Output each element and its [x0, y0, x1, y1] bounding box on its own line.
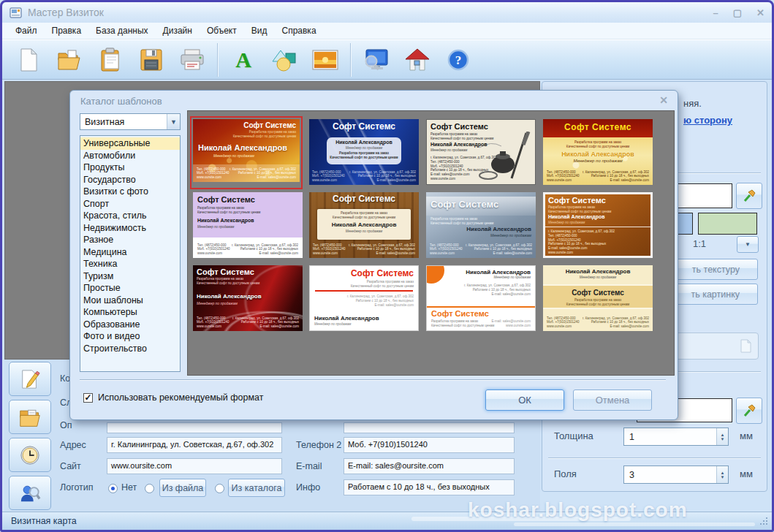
margins-stepper[interactable]: 3 ▲▼ [623, 466, 729, 484]
border-color-picker-button[interactable] [736, 398, 762, 424]
person-search-icon [19, 483, 41, 503]
home-button[interactable] [397, 42, 438, 77]
color-swatch-green[interactable] [698, 213, 757, 235]
category-item[interactable]: Туризм [80, 270, 180, 283]
category-item[interactable]: Компьютеры [80, 306, 180, 319]
dialog-title: Каталог шаблонов [80, 96, 162, 107]
recommended-format-checkbox[interactable]: ✓ [83, 393, 93, 403]
email-label: E-mail [296, 461, 322, 471]
category-item[interactable]: Красота, стиль [80, 210, 180, 222]
template-thumbnail[interactable]: Софт Системс Разработка программ на зака… [426, 119, 536, 185]
add-image-button[interactable] [305, 42, 346, 77]
category-item[interactable]: Мои шаблоны [80, 294, 180, 307]
menu-item[interactable]: Правка [45, 23, 89, 38]
category-item[interactable]: Образование [80, 319, 180, 331]
category-item[interactable]: Техника [80, 258, 180, 270]
category-item[interactable]: Универсальные [80, 137, 180, 150]
app-icon [10, 7, 22, 18]
template-thumbnail[interactable]: Николай Александров Менеджер по продажам… [426, 265, 536, 331]
template-thumbnail[interactable]: Николай Александров Менеджер по продажам… [543, 265, 653, 331]
switch-side-link[interactable]: ю сторону [683, 115, 732, 126]
side-status-text-fragment: няя. [683, 98, 702, 109]
toolbar-separator [350, 43, 352, 77]
template-thumbnail[interactable]: Софт Системс Разработка программ на зака… [193, 265, 303, 331]
category-item[interactable]: Государство [80, 174, 180, 186]
menu-item[interactable]: Объект [200, 23, 244, 38]
client-search-button[interactable] [9, 476, 51, 510]
category-item[interactable]: Разное [80, 234, 180, 246]
phone-input-partial[interactable] [344, 422, 515, 433]
category-item[interactable]: Медицина [80, 246, 180, 259]
description-label-fragment: Оп [60, 420, 72, 430]
resize-grip[interactable] [759, 517, 768, 525]
history-button[interactable] [9, 438, 51, 472]
title-bar: Мастер Визиток – ▢ ✕ [2, 2, 772, 23]
color-picker-button[interactable] [736, 183, 762, 209]
new-document-button[interactable] [8, 42, 49, 77]
save-button[interactable] [131, 42, 172, 77]
thickness-stepper[interactable]: 1 ▲▼ [623, 428, 729, 446]
minimize-icon[interactable]: – [713, 7, 718, 18]
menu-item[interactable]: Справка [274, 23, 323, 38]
info-label: Инфо [296, 482, 320, 493]
category-item[interactable]: Простые [80, 282, 180, 294]
description-input-partial[interactable] [107, 422, 282, 433]
logo-from-catalog-button[interactable]: Из каталога [228, 479, 285, 497]
logo-from-file-button[interactable]: Из файла [159, 479, 206, 497]
info-input[interactable]: Работаем с 10 до 18 ч., без выходных [344, 479, 515, 495]
print-button[interactable] [172, 42, 213, 77]
template-grid: Софт Системс Разработка программ на зака… [187, 110, 675, 376]
menu-item[interactable]: База данных [88, 23, 155, 38]
template-thumbnail[interactable]: Софт Системс Разработка программ на зака… [543, 119, 653, 185]
scale-value: 1:1 [693, 238, 706, 249]
template-thumbnail[interactable]: Софт Системс Разработка программ на зака… [426, 192, 536, 258]
open-button[interactable] [49, 42, 90, 77]
template-card: Софт Системс Разработка программ на зака… [193, 119, 300, 182]
category-item[interactable]: Автомобили [80, 150, 180, 162]
phone2-input[interactable]: Моб. +7(910)1501240 [344, 437, 515, 453]
logo-label: Логотип [60, 482, 94, 493]
logo-none-radio[interactable] [108, 484, 118, 493]
close-icon[interactable]: ✕ [756, 7, 764, 18]
template-thumbnail[interactable]: Софт Системс Разработка программ на зака… [543, 192, 653, 258]
add-text-button[interactable]: A [223, 42, 264, 77]
help-button[interactable]: ? [438, 42, 479, 77]
category-item[interactable]: Спорт [80, 198, 180, 210]
paste-button[interactable] [90, 42, 131, 77]
menu-item[interactable]: Дизайн [156, 23, 200, 38]
maximize-icon[interactable]: ▢ [733, 7, 742, 18]
open-card-button[interactable] [9, 400, 51, 434]
category-item[interactable]: Фото и видео [80, 330, 180, 343]
category-item[interactable]: Визитки с фото [80, 186, 180, 198]
logo-from-catalog-radio[interactable] [215, 484, 224, 493]
preview-button[interactable] [356, 42, 397, 77]
category-item[interactable]: Продукты [80, 162, 180, 174]
thickness-label: Толщина [554, 430, 593, 441]
site-input[interactable]: www.oursite.com [107, 458, 282, 474]
menu-item[interactable]: Файл [8, 23, 45, 38]
template-thumbnail[interactable]: Софт Системс Разработка программ на зака… [309, 192, 419, 258]
category-item[interactable]: Недвижимость [80, 222, 180, 235]
ok-button[interactable]: ОК [485, 390, 564, 411]
logo-from-file-radio[interactable] [145, 484, 154, 493]
template-thumbnail[interactable]: Софт Системс Разработка программ на зака… [309, 265, 419, 331]
menu-item[interactable]: Вид [244, 23, 275, 38]
cancel-button[interactable]: Отмена [573, 390, 652, 411]
dialog-close-icon[interactable]: ✕ [659, 94, 668, 106]
watermark: koshar.blogspot.com [468, 498, 688, 522]
window-title: Мастер Визиток [28, 7, 104, 18]
spinner-down-icon[interactable]: ▼ [721, 475, 725, 479]
template-thumbnail[interactable]: Софт Системс Николай Александров Менедже… [309, 119, 419, 185]
edit-mode-button[interactable] [9, 362, 51, 396]
template-thumbnail-selected[interactable]: Софт Системс Разработка программ на зака… [190, 116, 303, 189]
address-label: Адрес [60, 440, 86, 450]
add-shape-button[interactable] [264, 42, 305, 77]
margins-unit: мм [740, 468, 753, 479]
scale-dropdown-button[interactable]: ▼ [737, 236, 759, 253]
category-item[interactable]: Строительство [80, 343, 180, 355]
email-input[interactable]: E-mail: sales@oursite.com [344, 458, 515, 474]
card-type-dropdown[interactable]: Визитная ▼ [80, 113, 181, 130]
template-thumbnail[interactable]: Софт Системс Разработка программ на зака… [193, 192, 303, 258]
address-input[interactable]: г. Калининград, ул. Советская, д.67, оф.… [107, 437, 282, 453]
spinner-down-icon[interactable]: ▼ [721, 437, 725, 441]
